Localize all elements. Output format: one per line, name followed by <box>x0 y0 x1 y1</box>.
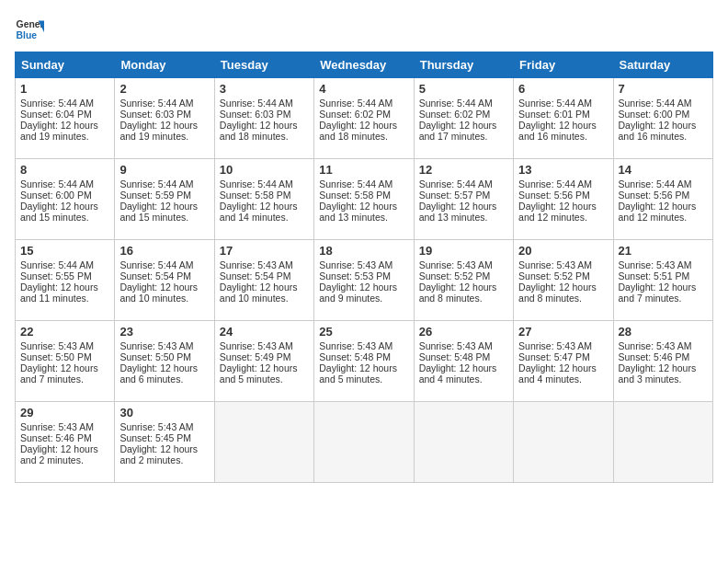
sunset-text: Sunset: 6:03 PM <box>220 109 291 120</box>
calendar-cell: 25Sunrise: 5:43 AMSunset: 5:48 PMDayligh… <box>314 321 414 402</box>
calendar-cell: 30Sunrise: 5:43 AMSunset: 5:45 PMDayligh… <box>115 402 214 483</box>
sunrise-text: Sunrise: 5:44 AM <box>220 178 293 190</box>
day-number: 19 <box>419 244 508 258</box>
day-number: 2 <box>119 82 209 96</box>
daylight-hours: Daylight: 12 hours <box>220 362 298 373</box>
day-number: 8 <box>20 163 109 177</box>
daylight-hours: Daylight: 12 hours <box>419 282 497 293</box>
daylight-hours: Daylight: 12 hours <box>220 282 298 293</box>
sunrise-text: Sunrise: 5:44 AM <box>119 259 193 270</box>
daylight-hours: Daylight: 12 hours <box>220 201 298 212</box>
sunset-text: Sunset: 5:59 PM <box>119 190 191 201</box>
day-number: 18 <box>319 244 408 258</box>
week-row-4: 22Sunrise: 5:43 AMSunset: 5:50 PMDayligh… <box>16 321 713 402</box>
calendar-cell: 5Sunrise: 5:44 AMSunset: 6:02 PMDaylight… <box>414 78 513 159</box>
daylight-minutes: and 8 minutes. <box>518 293 582 304</box>
daylight-minutes: and 13 minutes. <box>419 212 488 223</box>
sunset-text: Sunset: 5:47 PM <box>518 351 590 362</box>
daylight-hours: Daylight: 12 hours <box>20 443 98 454</box>
day-number: 10 <box>220 163 309 177</box>
daylight-hours: Daylight: 12 hours <box>319 120 397 131</box>
day-number: 4 <box>319 82 408 96</box>
sunrise-text: Sunrise: 5:44 AM <box>119 178 193 190</box>
calendar-cell: 23Sunrise: 5:43 AMSunset: 5:50 PMDayligh… <box>115 321 214 402</box>
daylight-minutes: and 15 minutes. <box>20 212 89 223</box>
sunset-text: Sunset: 6:00 PM <box>20 190 92 201</box>
daylight-minutes: and 17 minutes. <box>419 131 488 142</box>
day-number: 24 <box>220 325 309 339</box>
sunrise-text: Sunrise: 5:44 AM <box>619 98 692 109</box>
sunrise-text: Sunrise: 5:43 AM <box>619 259 692 270</box>
page-header: General Blue <box>15 15 713 44</box>
sunrise-text: Sunrise: 5:44 AM <box>319 178 392 190</box>
sunset-text: Sunset: 6:03 PM <box>119 109 191 120</box>
daylight-hours: Daylight: 12 hours <box>419 201 497 212</box>
calendar-cell: 3Sunrise: 5:44 AMSunset: 6:03 PMDaylight… <box>214 78 313 159</box>
calendar-cell <box>613 402 712 483</box>
sunrise-text: Sunrise: 5:43 AM <box>220 259 293 270</box>
calendar-cell: 19Sunrise: 5:43 AMSunset: 5:52 PMDayligh… <box>414 240 513 321</box>
daylight-hours: Daylight: 12 hours <box>319 362 397 373</box>
daylight-hours: Daylight: 12 hours <box>20 120 98 131</box>
svg-text:Blue: Blue <box>17 30 38 40</box>
calendar-cell: 26Sunrise: 5:43 AMSunset: 5:48 PMDayligh… <box>414 321 513 402</box>
daylight-hours: Daylight: 12 hours <box>220 120 298 131</box>
calendar-cell: 16Sunrise: 5:44 AMSunset: 5:54 PMDayligh… <box>115 240 214 321</box>
daylight-minutes: and 13 minutes. <box>319 212 388 223</box>
col-wednesday: Wednesday <box>314 52 414 78</box>
daylight-minutes: and 16 minutes. <box>619 131 688 142</box>
daylight-minutes: and 15 minutes. <box>119 212 188 223</box>
sunrise-text: Sunrise: 5:43 AM <box>419 259 493 270</box>
day-number: 15 <box>20 244 109 258</box>
week-row-2: 8Sunrise: 5:44 AMSunset: 6:00 PMDaylight… <box>16 159 713 240</box>
calendar-cell <box>514 402 613 483</box>
daylight-hours: Daylight: 12 hours <box>419 120 497 131</box>
calendar-cell: 24Sunrise: 5:43 AMSunset: 5:49 PMDayligh… <box>214 321 313 402</box>
daylight-hours: Daylight: 12 hours <box>20 362 98 373</box>
sunset-text: Sunset: 5:52 PM <box>419 270 491 282</box>
daylight-hours: Daylight: 12 hours <box>319 282 397 293</box>
day-number: 3 <box>220 82 309 96</box>
day-number: 29 <box>20 406 109 419</box>
calendar-cell: 20Sunrise: 5:43 AMSunset: 5:52 PMDayligh… <box>514 240 613 321</box>
sunset-text: Sunset: 5:57 PM <box>419 190 491 201</box>
day-number: 22 <box>20 325 109 339</box>
calendar-cell: 22Sunrise: 5:43 AMSunset: 5:50 PMDayligh… <box>16 321 115 402</box>
calendar-cell: 27Sunrise: 5:43 AMSunset: 5:47 PMDayligh… <box>514 321 613 402</box>
col-sunday: Sunday <box>16 52 115 78</box>
daylight-minutes: and 2 minutes. <box>20 454 84 465</box>
day-number: 12 <box>419 163 508 177</box>
daylight-hours: Daylight: 12 hours <box>119 201 198 212</box>
daylight-minutes: and 3 minutes. <box>619 373 682 385</box>
sunset-text: Sunset: 5:56 PM <box>518 190 590 201</box>
calendar-cell: 18Sunrise: 5:43 AMSunset: 5:53 PMDayligh… <box>314 240 414 321</box>
daylight-minutes: and 16 minutes. <box>518 131 587 142</box>
daylight-minutes: and 5 minutes. <box>220 373 283 385</box>
sunrise-text: Sunrise: 5:44 AM <box>20 259 94 270</box>
day-number: 13 <box>518 163 608 177</box>
daylight-minutes: and 4 minutes. <box>419 373 483 385</box>
day-number: 26 <box>419 325 508 339</box>
sunset-text: Sunset: 5:53 PM <box>319 270 391 282</box>
sunset-text: Sunset: 5:45 PM <box>119 432 191 443</box>
calendar-cell: 13Sunrise: 5:44 AMSunset: 5:56 PMDayligh… <box>514 159 613 240</box>
daylight-minutes: and 2 minutes. <box>119 454 183 465</box>
daylight-hours: Daylight: 12 hours <box>419 362 497 373</box>
sunset-text: Sunset: 5:51 PM <box>619 270 690 282</box>
daylight-hours: Daylight: 12 hours <box>619 282 697 293</box>
daylight-hours: Daylight: 12 hours <box>619 120 697 131</box>
calendar-cell: 8Sunrise: 5:44 AMSunset: 6:00 PMDaylight… <box>16 159 115 240</box>
calendar-cell: 7Sunrise: 5:44 AMSunset: 6:00 PMDaylight… <box>613 78 712 159</box>
sunset-text: Sunset: 6:02 PM <box>419 109 491 120</box>
day-number: 20 <box>518 244 608 258</box>
calendar-cell: 1Sunrise: 5:44 AMSunset: 6:04 PMDaylight… <box>16 78 115 159</box>
sunrise-text: Sunrise: 5:44 AM <box>20 98 94 109</box>
calendar-cell: 4Sunrise: 5:44 AMSunset: 6:02 PMDaylight… <box>314 78 414 159</box>
sunrise-text: Sunrise: 5:44 AM <box>619 178 692 190</box>
calendar-cell: 21Sunrise: 5:43 AMSunset: 5:51 PMDayligh… <box>613 240 712 321</box>
logo: General Blue <box>15 15 44 44</box>
day-number: 1 <box>20 82 109 96</box>
daylight-minutes: and 12 minutes. <box>619 212 688 223</box>
calendar-cell: 15Sunrise: 5:44 AMSunset: 5:55 PMDayligh… <box>16 240 115 321</box>
week-row-1: 1Sunrise: 5:44 AMSunset: 6:04 PMDaylight… <box>16 78 713 159</box>
